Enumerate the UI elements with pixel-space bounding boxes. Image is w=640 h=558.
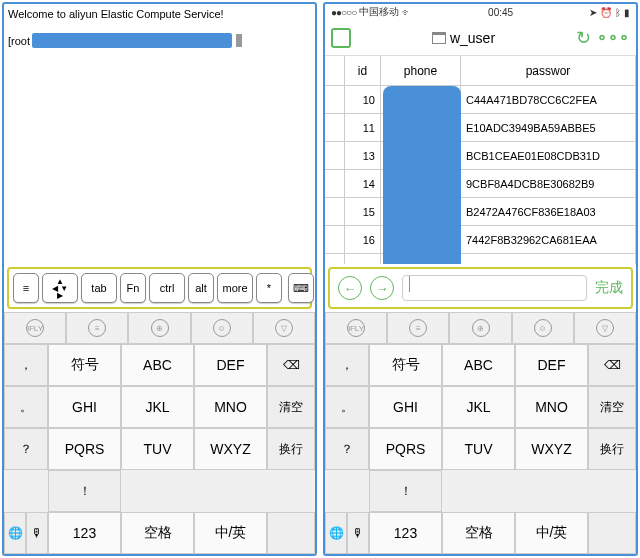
prev-button[interactable]: ← (338, 276, 362, 300)
key-clear[interactable]: 清空 (267, 386, 315, 428)
key-exclaim[interactable]: ！ (369, 470, 442, 512)
alt-key[interactable]: alt (188, 273, 214, 303)
key-abc[interactable]: ABC (121, 344, 194, 386)
key-blank[interactable] (267, 512, 315, 554)
key-mno[interactable]: MNO (515, 386, 588, 428)
ctrl-key[interactable]: ctrl (149, 273, 185, 303)
table-row[interactable]: 11E10ADC3949BA59ABBE5 (325, 114, 636, 142)
col-password[interactable]: passwor (461, 56, 636, 85)
key-jkl[interactable]: JKL (442, 386, 515, 428)
table-title[interactable]: w_user (432, 30, 495, 46)
key-wxyz[interactable]: WXYZ (194, 428, 267, 470)
star-key[interactable]: * (256, 273, 282, 303)
more-key[interactable]: more (217, 273, 253, 303)
terminal-prompt: [root (8, 35, 30, 47)
key-backspace[interactable]: ⌫ (588, 344, 636, 386)
arrow-keys[interactable]: ▲◀ ▼ ▶ (42, 273, 78, 303)
key-jkl[interactable]: JKL (121, 386, 194, 428)
key-question[interactable]: ？ (4, 428, 48, 470)
table-row[interactable]: 149CBF8A4DCB8E30682B9 (325, 170, 636, 198)
cell-id[interactable]: 17 (345, 254, 381, 264)
ifly-icon[interactable]: iFLY (4, 312, 66, 344)
key-mic[interactable]: 🎙 (347, 512, 369, 554)
cell-password[interactable]: BCB1CEAE01E08CDB31D (461, 142, 636, 169)
next-button[interactable]: → (370, 276, 394, 300)
terminal-area[interactable]: Welcome to aliyun Elastic Compute Servic… (4, 4, 315, 264)
cell-id[interactable]: 16 (345, 226, 381, 253)
key-tuv[interactable]: TUV (121, 428, 194, 470)
split-icon[interactable]: ⊕ (128, 312, 190, 344)
key-mic[interactable]: 🎙 (26, 512, 48, 554)
cell-id[interactable]: 10 (345, 86, 381, 113)
key-comma[interactable]: ， (325, 344, 369, 386)
key-ghi[interactable]: GHI (369, 386, 442, 428)
menu-key[interactable]: ≡ (13, 273, 39, 303)
key-newline[interactable]: 换行 (588, 428, 636, 470)
key-clear[interactable]: 清空 (588, 386, 636, 428)
table-row[interactable]: 15B2472A476CF836E18A03 (325, 198, 636, 226)
cell-id[interactable]: 14 (345, 170, 381, 197)
refresh-button[interactable]: ↻ (576, 27, 591, 49)
key-comma[interactable]: ， (4, 344, 48, 386)
key-period[interactable]: 。 (325, 386, 369, 428)
col-id[interactable]: id (345, 56, 381, 85)
down-icon[interactable]: ▽ (253, 312, 315, 344)
table-row[interactable]: 13BCB1CEAE01E08CDB31D (325, 142, 636, 170)
key-backspace[interactable]: ⌫ (267, 344, 315, 386)
key-blank[interactable] (588, 512, 636, 554)
key-def[interactable]: DEF (194, 344, 267, 386)
done-button[interactable]: 完成 (595, 279, 623, 297)
cell-password[interactable]: FB95629E0974828282808 (461, 254, 636, 264)
key-question[interactable]: ？ (325, 428, 369, 470)
cell-password[interactable]: E10ADC3949BA59ABBE5 (461, 114, 636, 141)
cell-id[interactable]: 13 (345, 142, 381, 169)
fn-key[interactable]: Fn (120, 273, 146, 303)
down-icon[interactable]: ▽ (574, 312, 636, 344)
data-grid[interactable]: id phone passwor 10C44A471BD78CC6C2FEA11… (325, 56, 636, 264)
key-lang[interactable]: 中/英 (515, 512, 588, 554)
key-wxyz[interactable]: WXYZ (515, 428, 588, 470)
key-123[interactable]: 123 (48, 512, 121, 554)
cell-password[interactable]: 9CBF8A4DCB8E30682B9 (461, 170, 636, 197)
key-tuv[interactable]: TUV (442, 428, 515, 470)
col-phone[interactable]: phone (381, 56, 461, 85)
menu-button[interactable] (331, 28, 351, 48)
key-mno[interactable]: MNO (194, 386, 267, 428)
table-row[interactable]: 167442F8B32962CA681EAA (325, 226, 636, 254)
key-newline[interactable]: 换行 (267, 428, 315, 470)
key-def[interactable]: DEF (515, 344, 588, 386)
cell-password[interactable]: 7442F8B32962CA681EAA (461, 226, 636, 253)
key-period[interactable]: 。 (4, 386, 48, 428)
equal-icon[interactable]: ≡ (66, 312, 128, 344)
table-row[interactable]: 10C44A471BD78CC6C2FEA (325, 86, 636, 114)
key-ghi[interactable]: GHI (48, 386, 121, 428)
cell-password[interactable]: B2472A476CF836E18A03 (461, 198, 636, 225)
hide-keyboard-key[interactable]: ⌨ (288, 273, 314, 303)
key-symbols[interactable]: 符号 (48, 344, 121, 386)
more-button[interactable]: ∘∘∘ (597, 28, 630, 47)
emoji-icon[interactable]: ☺ (512, 312, 574, 344)
key-pqrs[interactable]: PQRS (369, 428, 442, 470)
table-row[interactable]: 17FB95629E0974828282808 (325, 254, 636, 264)
tab-key[interactable]: tab (81, 273, 117, 303)
key-lang[interactable]: 中/英 (194, 512, 267, 554)
wifi-icon: ᯤ (402, 7, 412, 18)
key-abc[interactable]: ABC (442, 344, 515, 386)
cell-id[interactable]: 15 (345, 198, 381, 225)
key-123[interactable]: 123 (369, 512, 442, 554)
emoji-icon[interactable]: ☺ (191, 312, 253, 344)
key-space[interactable]: 空格 (121, 512, 194, 554)
key-pqrs[interactable]: PQRS (48, 428, 121, 470)
key-exclaim[interactable]: ！ (48, 470, 121, 512)
equal-icon[interactable]: ≡ (387, 312, 449, 344)
ifly-icon[interactable]: iFLY (325, 312, 387, 344)
cell-id[interactable]: 11 (345, 114, 381, 141)
cell-password[interactable]: C44A471BD78CC6C2FEA (461, 86, 636, 113)
key-globe[interactable]: 🌐 (325, 512, 347, 554)
app-toolbar: w_user ↻ ∘∘∘ (325, 20, 636, 56)
key-space[interactable]: 空格 (442, 512, 515, 554)
edit-input[interactable] (402, 275, 587, 301)
split-icon[interactable]: ⊕ (449, 312, 511, 344)
key-symbols[interactable]: 符号 (369, 344, 442, 386)
key-globe[interactable]: 🌐 (4, 512, 26, 554)
